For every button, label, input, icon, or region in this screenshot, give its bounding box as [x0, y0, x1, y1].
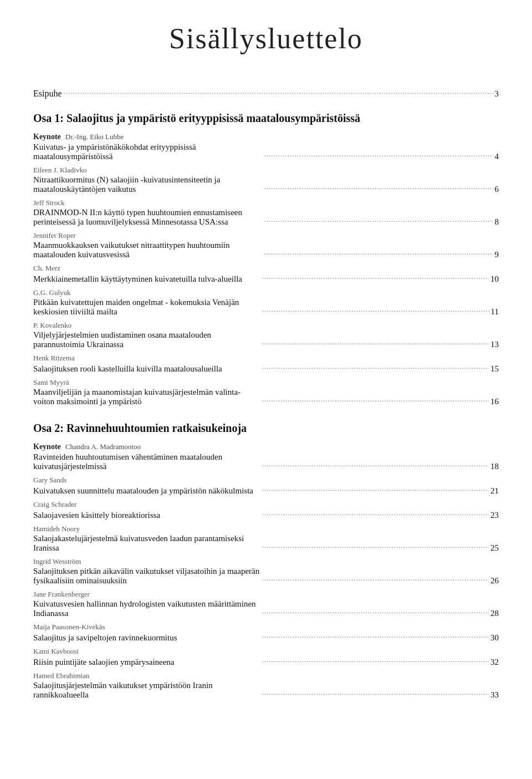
- table-row: Jeff StrockDRAINMOD-N II:n käyttö typen …: [33, 198, 499, 227]
- entry-title: Kuivatuksen suunnittelu maatalouden ja y…: [33, 486, 260, 496]
- dot-leader: [264, 249, 493, 258]
- table-row: Kuivatus- ja ympäristönäkökohdat erityyp…: [33, 142, 499, 161]
- table-row: Hamed EbrahimianSalaojitusjärjestelmän v…: [33, 671, 499, 700]
- table-row: Ingrid WesströmSalaojituksen pitkän aika…: [33, 557, 499, 585]
- dot-leader: [262, 339, 489, 348]
- esipuhe-entry: Esipuhe 3: [33, 88, 499, 99]
- table-row: P. KovalenkoViljelyjärjestelmien uudista…: [33, 321, 499, 349]
- page-number: 18: [490, 462, 499, 471]
- page-number: 6: [495, 185, 499, 194]
- author-line: Ch. Merz: [33, 264, 499, 273]
- author-line: Sami Myyrä: [33, 378, 499, 387]
- entry-title: Salaojitusjärjestelmän vaikutukset ympär…: [33, 681, 260, 700]
- title-page-line: Kuivatuksen suunnittelu maatalouden ja y…: [33, 485, 499, 496]
- entry-title: Maanviljelijän ja maanomistajan kuivatus…: [33, 388, 260, 406]
- table-row: Gary SandsKuivatuksen suunnittelu maatal…: [33, 476, 499, 496]
- author-line: Jennifer Roper: [33, 231, 499, 240]
- title-page-line: Salaojitus ja savipeltojen ravinnekuormi…: [33, 632, 499, 643]
- title-page-line: Kuivatusvesien hallinnan hydrologisten v…: [33, 599, 499, 618]
- osa1-keynote-label: Keynote: [33, 133, 61, 141]
- dot-leader: [262, 461, 489, 470]
- dot-leader: [262, 632, 489, 641]
- dot-leader: [262, 396, 489, 405]
- author-line: Kami Kavboosi: [33, 647, 499, 656]
- dot-leader: [262, 306, 489, 315]
- table-row: Jennifer RoperMaanmuokkauksen vaikutukse…: [33, 231, 499, 259]
- author-line: G.G. Gulyuk: [33, 288, 499, 297]
- dot-leader: [264, 151, 493, 160]
- entry-title: Viljelyjärjestelmien uudistaminen osana …: [33, 330, 260, 349]
- dot-leader: [262, 542, 489, 551]
- entry-title: Pitkään kuivatettujen maiden ongelmat - …: [33, 298, 260, 317]
- author-line: Jeff Strock: [33, 198, 499, 207]
- page-number: 10: [490, 274, 499, 284]
- osa2-title: Osa 2: Ravinnehuuhtoumien ratkaisukeinoj…: [33, 422, 499, 435]
- dot-leader: [264, 184, 493, 192]
- title-page-line: DRAINMOD-N II:n käyttö typen huuhtoumien…: [33, 208, 499, 227]
- title-page-line: Riisin puintijäte salaojien ympärysainee…: [33, 656, 499, 667]
- table-row: Kami KavboosiRiisin puintijäte salaojien…: [33, 647, 499, 667]
- entry-title: Maanmuokkauksen vaikutukset nitraattityp…: [33, 241, 262, 259]
- author-line: Jane Frankenberger: [33, 590, 499, 599]
- osa2-entries: Ravinteiden huuhtoutumisen vähentäminen …: [33, 452, 499, 700]
- author-line: Craig Schrader: [33, 500, 499, 509]
- title-page-line: Salaojakastelujärjestelmä kuivatusveden …: [33, 534, 499, 553]
- entry-title: Ravinteiden huuhtoutumisen vähentäminen …: [33, 452, 260, 471]
- page-number: 8: [495, 217, 499, 227]
- osa1-entries: Kuivatus- ja ympäristönäkökohdat erityyp…: [33, 142, 499, 406]
- entry-title: Salaojituksen pitkän aikavälin vaikutuks…: [33, 567, 260, 585]
- title-page-line: Salaojitusjärjestelmän vaikutukset ympär…: [33, 681, 499, 700]
- dot-leader: [262, 656, 489, 665]
- osa1-keynote-author: Dr.-Ing. Eiko Lubbe: [65, 133, 124, 141]
- dot-leader: [262, 575, 489, 584]
- page-number: 30: [490, 633, 499, 643]
- title-page-line: Nitraattikuormitus (N) salaojiin -kuivat…: [33, 175, 499, 194]
- dot-leader: [264, 216, 493, 225]
- esipuhe-page: 3: [495, 89, 499, 99]
- entry-title: Kuivatus- ja ympäristönäkökohdat erityyp…: [33, 142, 262, 161]
- title-page-line: Salaojituksen rooli kastelluilla kuivill…: [33, 363, 499, 374]
- entry-title: Merkkiainemetallin käyttäytyminen kuivat…: [33, 274, 260, 284]
- entry-title: DRAINMOD-N II:n käyttö typen huuhtoumien…: [33, 208, 262, 227]
- title-page-line: Pitkään kuivatettujen maiden ongelmat - …: [33, 298, 499, 317]
- esipuhe-label: Esipuhe: [33, 89, 62, 99]
- title-page-line: Maanmuokkauksen vaikutukset nitraattityp…: [33, 241, 499, 259]
- osa1-section: Osa 1: Salaojitus ja ympäristö erityyppi…: [33, 112, 499, 406]
- dot-leader: [262, 363, 489, 372]
- osa2-section: Osa 2: Ravinnehuuhtoumien ratkaisukeinoj…: [33, 422, 499, 700]
- title-page-line: Salaojituksen pitkän aikavälin vaikutuks…: [33, 567, 499, 585]
- table-row: G.G. GulyukPitkään kuivatettujen maiden …: [33, 288, 499, 317]
- page-number: 21: [490, 486, 499, 496]
- page-number: 26: [490, 576, 499, 585]
- author-line: P. Kovalenko: [33, 321, 499, 330]
- title-page-line: Viljelyjärjestelmien uudistaminen osana …: [33, 330, 499, 349]
- page-number: 13: [490, 340, 499, 349]
- page-number: 32: [490, 658, 499, 667]
- esipuhe-dots: [64, 88, 493, 97]
- entry-title: Salaojavesien käsittely bioreaktiorissa: [33, 511, 260, 520]
- entry-title: Kuivatusvesien hallinnan hydrologisten v…: [33, 599, 260, 618]
- osa2-keynote-author: Chandra A. Madramootoo: [65, 442, 141, 451]
- table-row: Jane FrankenbergerKuivatusvesien hallinn…: [33, 590, 499, 618]
- page-number: 28: [490, 609, 499, 618]
- title-page-line: Kuivatus- ja ympäristönäkökohdat erityyp…: [33, 142, 499, 161]
- table-row: Ch. MerzMerkkiainemetallin käyttäytymine…: [33, 264, 499, 284]
- dot-leader: [262, 608, 489, 617]
- osa1-keynote: Keynote Dr.-Ing. Eiko Lubbe: [33, 131, 499, 141]
- page-number: 9: [495, 250, 499, 259]
- page-number: 15: [490, 364, 499, 374]
- author-line: Ingrid Wesström: [33, 557, 499, 566]
- dot-leader: [262, 485, 489, 494]
- title-page-line: Maanviljelijän ja maanomistajan kuivatus…: [33, 388, 499, 406]
- author-line: Hamed Ebrahimian: [33, 671, 499, 680]
- page-title: Sisällysluettelo: [33, 22, 499, 55]
- dot-leader: [262, 689, 489, 698]
- entry-title: Salaojituksen rooli kastelluilla kuivill…: [33, 364, 260, 374]
- osa2-keynote-label: Keynote: [33, 442, 61, 451]
- page-number: 23: [490, 511, 499, 520]
- table-row: Henk RitzemaSalaojituksen rooli kastellu…: [33, 354, 499, 374]
- dot-leader: [262, 510, 489, 518]
- table-row: Eileen J. KladivkoNitraattikuormitus (N)…: [33, 166, 499, 194]
- table-row: Hamideh NoorySalaojakastelujärjestelmä k…: [33, 525, 499, 553]
- page-number: 4: [495, 152, 499, 161]
